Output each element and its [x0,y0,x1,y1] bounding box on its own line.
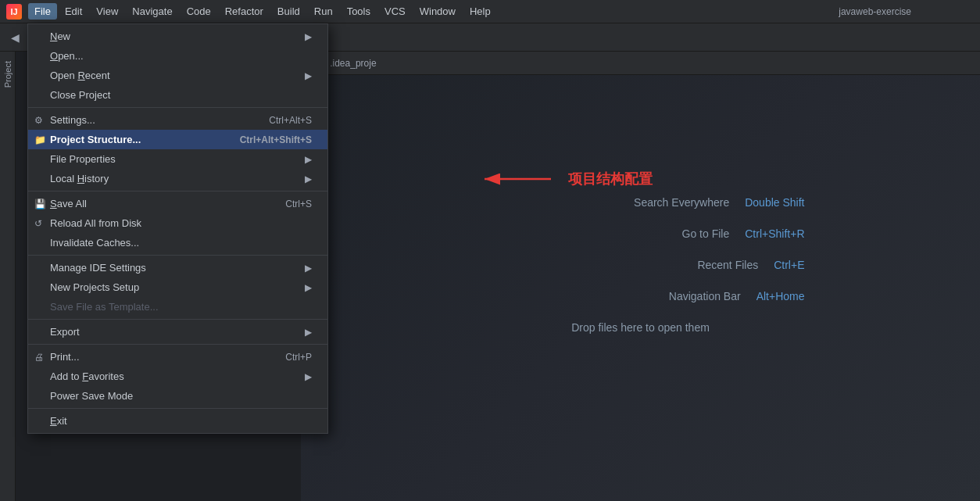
settings-icon: ⚙ [34,115,43,126]
menu-print[interactable]: 🖨 Print... Ctrl+P [28,347,327,367]
project-structure-icon: 📁 [34,134,46,145]
menu-edit[interactable]: Edit [59,3,88,20]
welcome-row-recent: Recent Files Ctrl+E [477,259,805,271]
print-shortcut: Ctrl+P [285,352,312,363]
menu-section-4: Manage IDE Settings ▶ New Projects Setup… [28,255,327,319]
recent-files-label: Recent Files [477,259,759,271]
print-icon: 🖨 [34,352,44,363]
goto-file-label: Go to File [477,227,730,240]
menu-build[interactable]: Build [271,3,306,20]
menu-vcs[interactable]: VCS [378,3,412,20]
app-logo: IJ [6,4,22,20]
menu-section-6: 🖨 Print... Ctrl+P Add to Favorites ▶ Pow… [28,344,327,408]
annotation-container: 项目结构配置 [481,167,653,191]
save-all-shortcut: Ctrl+S [285,199,312,209]
menu-section-1: New ▶ Open... Open Recent ▶ Close Projec… [28,24,327,107]
menu-bar: File Edit View Navigate Code Refactor Bu… [28,3,839,20]
menu-invalidate[interactable]: Invalidate Caches... [28,233,327,252]
title-bar: IJ File Edit View Navigate Code Refactor… [0,0,980,23]
menu-exit[interactable]: Exit [28,411,327,431]
menu-section-2: ⚙ Settings... Ctrl+Alt+S 📁 Project Struc… [28,107,327,191]
navigation-bar-shortcut: Alt+Home [756,290,805,302]
menu-add-favorites[interactable]: Add to Favorites ▶ [28,367,327,386]
settings-shortcut: Ctrl+Alt+S [269,115,312,126]
menu-save-all[interactable]: 💾 Save All Ctrl+S [28,194,327,213]
menu-open[interactable]: Open... [28,46,327,66]
menu-run[interactable]: Run [308,3,339,20]
welcome-row-navbar: Navigation Bar Alt+Home [477,290,805,302]
menu-view[interactable]: View [90,3,124,20]
menu-close-project[interactable]: Close Project [28,85,327,105]
arrow-icon-recent: ▶ [305,70,312,81]
menu-manage-ide[interactable]: Manage IDE Settings ▶ [28,258,327,277]
welcome-content: Search Everywhere Double Shift Go to Fil… [301,75,980,501]
reload-icon: ↺ [34,218,42,229]
goto-file-shortcut: Ctrl+Shift+R [745,227,804,240]
search-everywhere-shortcut: Double Shift [745,196,804,209]
project-structure-shortcut: Ctrl+Alt+Shift+S [240,134,312,145]
sidebar-project-label[interactable]: Project [2,58,14,91]
menu-window[interactable]: Window [413,3,462,20]
arrow-icon-fav: ▶ [305,371,312,382]
file-header: ⚙ − .idea_proje [301,52,980,75]
save-icon: 💾 [34,199,46,209]
arrow-icon-nps: ▶ [305,282,312,293]
menu-local-history[interactable]: Local History ▶ [28,169,327,188]
welcome-row-goto: Go to File Ctrl+Shift+R [477,227,805,240]
toolbar-back[interactable]: ◀ [6,29,23,46]
window-title: javaweb-exercise [839,6,974,17]
arrow-icon: ▶ [305,31,312,42]
navigation-bar-label: Navigation Bar [477,290,741,302]
menu-navigate[interactable]: Navigate [126,3,178,20]
menu-help[interactable]: Help [463,3,497,20]
menu-power-save[interactable]: Power Save Mode [28,386,327,406]
menu-settings[interactable]: ⚙ Settings... Ctrl+Alt+S [28,110,327,130]
arrow-icon-fp: ▶ [305,154,312,165]
menu-file[interactable]: File [28,3,57,20]
sidebar-left: Project [0,52,16,501]
menu-reload[interactable]: ↺ Reload All from Disk [28,213,327,233]
search-everywhere-label: Search Everywhere [477,196,730,209]
menu-code[interactable]: Code [181,3,217,20]
welcome-row-drop: Drop files here to open them [477,321,805,334]
menu-refactor[interactable]: Refactor [219,3,270,20]
annotation-arrow [481,167,559,191]
menu-export[interactable]: Export ▶ [28,322,327,342]
menu-new-projects-setup[interactable]: New Projects Setup ▶ [28,277,327,297]
welcome-row-search: Search Everywhere Double Shift [477,196,805,209]
arrow-icon-ide: ▶ [305,263,312,274]
menu-section-5: Export ▶ [28,319,327,344]
menu-open-recent[interactable]: Open Recent ▶ [28,66,327,85]
content-inner: ⚙ − .idea_proje Search Everywhere Double… [301,52,980,501]
arrow-icon-export: ▶ [305,327,312,338]
arrow-icon-lh: ▶ [305,174,312,184]
recent-files-shortcut: Ctrl+E [774,259,804,271]
annotation-text: 项目结构配置 [568,170,653,188]
menu-tools[interactable]: Tools [341,3,377,20]
menu-new[interactable]: New ▶ [28,27,327,46]
menu-project-structure[interactable]: 📁 Project Structure... Ctrl+Alt+Shift+S [28,130,327,149]
main-area: Project New ▶ Open... Open Recent ▶ Clos… [0,52,980,501]
menu-section-7: Exit [28,408,327,433]
drop-files-label: Drop files here to open them [477,321,805,334]
menu-save-as-template: Save File as Template... [28,297,327,317]
file-header-name: .idea_proje [330,58,376,69]
file-dropdown-menu: New ▶ Open... Open Recent ▶ Close Projec… [27,23,328,434]
menu-section-3: 💾 Save All Ctrl+S ↺ Reload All from Disk… [28,191,327,255]
content-area: ⚙ − .idea_proje Search Everywhere Double… [301,52,980,501]
menu-file-properties[interactable]: File Properties ▶ [28,149,327,169]
